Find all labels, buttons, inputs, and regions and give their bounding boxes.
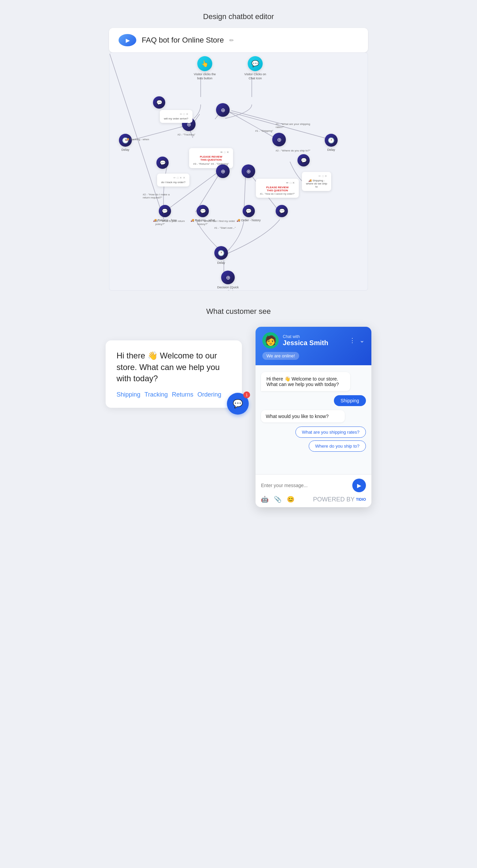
message-input[interactable]	[261, 483, 350, 488]
header-actions: ⋮ ⌄	[349, 337, 365, 344]
card-review-text-2: PLEASE REVIEWTHIS QUESTION	[260, 186, 295, 192]
bot-name: FAQ bot for Online Store	[142, 36, 224, 45]
delay-node-3[interactable]: 🕐 Delay	[214, 246, 228, 265]
delay-icon-3: 🕐	[214, 246, 228, 260]
option-shipping[interactable]: Shipping	[117, 391, 140, 398]
emoji-icon[interactable]: 😊	[287, 496, 294, 503]
reply-options: What are you shipping rates? Where do yo…	[261, 427, 366, 452]
delay-label-3: Delay	[217, 261, 225, 265]
trigger-chat-icon: 💬	[248, 56, 263, 71]
chat-bubble-icon: 💬	[233, 399, 243, 408]
card-order-arrive: ✏ □ ✕ will my order arrive?	[160, 110, 193, 123]
chat-input-area: ▶ 🤖 📎 😊 POWERED BY TIDIO	[256, 474, 371, 507]
trigger-node-2[interactable]: 💬 Visitor Clicks on Chat Icon	[242, 56, 269, 80]
copy-track-icon[interactable]: □	[177, 176, 179, 179]
decision-node-4[interactable]: ⊕	[242, 164, 255, 178]
delay-label-1: Delay	[121, 148, 129, 152]
send-button[interactable]: ▶	[352, 479, 366, 492]
agent-avatar: 🧑	[262, 332, 279, 349]
decision-final-label: Decision (Quick Replies)	[214, 286, 242, 291]
msg-icon-2: 💬	[156, 157, 169, 169]
card-shipping-dest: ✏ □ ✕ 🚚 Shipping -where do we shipto	[302, 172, 331, 191]
attach-icon[interactable]: 📎	[274, 496, 281, 503]
edit-card-icon[interactable]: ✏	[180, 113, 182, 116]
msg-node-8[interactable]: 💬	[276, 205, 288, 217]
chat-bubble-button[interactable]: 💬 1	[227, 393, 249, 415]
footer-icons: 🤖 📎 😊 POWERED BY TIDIO	[261, 496, 366, 503]
customer-preview: Hi there 👋 Welcome to our store. What ca…	[0, 327, 477, 528]
online-badge: We are online!	[262, 352, 299, 360]
edit-icon[interactable]: ✏	[229, 37, 234, 44]
close-card-icon[interactable]: ✕	[186, 113, 188, 116]
card-review-2: ✏ □ ✕ PLEASE REVIEWTHIS QUESTION #1 - "H…	[256, 179, 299, 198]
order-history-label: 🚚 Order - history	[236, 219, 261, 223]
msg-icon-8: 💬	[276, 205, 288, 217]
delete-track-icon[interactable]: ✕	[180, 176, 182, 179]
option-returns[interactable]: Returns	[172, 391, 193, 398]
edit-track-icon[interactable]: ✏	[173, 176, 176, 179]
msg-node-7[interactable]: 💬 🚚 Order - history	[236, 205, 261, 223]
chat-bubble-badge: 1	[243, 391, 250, 398]
input-row: ▶	[261, 479, 366, 492]
reply-btn-2[interactable]: Where do you ship to?	[309, 440, 366, 452]
msg-node-2[interactable]: 💬	[156, 157, 169, 169]
flow-svg	[109, 53, 368, 290]
agent-info: Chat with Jessica Smith	[283, 334, 345, 347]
delete-card3-icon[interactable]: ✕	[292, 181, 295, 184]
decision-icon-3: ⊕	[216, 164, 230, 178]
edge-label-return-policy: #1 - "What is your return policy?"	[155, 220, 191, 226]
chevron-down-icon[interactable]: ⌄	[359, 337, 365, 344]
play-icon: ▶	[126, 37, 130, 44]
delay-icon-2: 🕐	[325, 134, 338, 147]
card-text: will my order arrive?	[164, 117, 188, 120]
trigger-label-1: Visitor clicks the bots button	[191, 73, 218, 80]
choice-shipping[interactable]: Shipping	[334, 395, 366, 406]
copy-card2-icon[interactable]: □	[224, 151, 226, 154]
edge-label-tracking: #2 - "Tracking"	[178, 133, 195, 136]
widget-options: Shipping Tracking Returns Ordering	[117, 391, 231, 398]
delete-card-icon[interactable]: □	[183, 113, 185, 116]
delay-label-2: Delay	[327, 148, 335, 152]
edge-label-return-req: #2 - "How do I make a return request?"	[143, 193, 177, 199]
option-tracking[interactable]: Tracking	[144, 391, 168, 398]
chat-panel: 🧑 Chat with Jessica Smith ⋮ ⌄ We are onl…	[256, 327, 371, 507]
flow-diagram: 👆 Visitor clicks the bots button 💬 Visit…	[109, 52, 368, 291]
widget-preview: Hi there 👋 Welcome to our store. What ca…	[106, 340, 242, 408]
trigger-label-2: Visitor Clicks on Chat Icon	[242, 73, 269, 80]
decision-node-5[interactable]: ⊕	[272, 133, 286, 146]
edge-label-order-hist: #2 - "Where can I find my order history?…	[197, 220, 236, 226]
edge-label-shipping: #1 - "Shipping"	[255, 129, 273, 132]
decision-icon-4: ⊕	[242, 164, 255, 178]
user-choice: Shipping	[261, 395, 366, 406]
menu-icon[interactable]: ⋮	[349, 337, 355, 344]
copy-card3-icon[interactable]: □	[290, 181, 291, 184]
decision-node-3[interactable]: ⊕	[216, 164, 230, 178]
trigger-node-1[interactable]: 👆 Visitor clicks the bots button	[191, 56, 218, 80]
msg-node-1[interactable]: 💬	[153, 96, 165, 109]
chat-header: 🧑 Chat with Jessica Smith ⋮ ⌄ We are onl…	[256, 327, 371, 365]
msg-node-3[interactable]: 💬	[297, 154, 310, 166]
decision-node-2[interactable]: ⊕	[216, 103, 230, 117]
delay-node-2[interactable]: 🕐 Delay	[325, 134, 338, 152]
option-ordering[interactable]: Ordering	[197, 391, 221, 398]
bot-icon[interactable]: 🤖	[261, 496, 268, 503]
copy-ship-icon[interactable]: □	[322, 175, 324, 178]
edge-label-where-ship: #2 - "Where do you ship to?"	[276, 149, 310, 152]
tidio-logo: TIDIO	[356, 497, 366, 501]
delay-node-1[interactable]: 🕐 Delay	[119, 134, 132, 152]
edit-card2-icon[interactable]: ✏	[220, 151, 223, 154]
delete-ship-icon[interactable]: ✕	[325, 175, 327, 178]
edit-card3-icon[interactable]: ✏	[286, 181, 289, 184]
reply-btn-1[interactable]: What are you shipping rates?	[295, 427, 366, 438]
page-title: Design chatbot editor	[0, 0, 477, 28]
powered-by-label: POWERED BY	[313, 496, 355, 503]
close-track-icon[interactable]: ✕	[183, 176, 185, 179]
avatar-emoji: 🧑	[265, 335, 277, 346]
card-track-order: ✏ □ ✕ ✕ do I track my order?	[157, 174, 189, 187]
decision-final[interactable]: ⊕ Decision (Quick Replies)	[214, 271, 242, 291]
edit-ship-icon[interactable]: ✏	[319, 175, 321, 178]
msg-icon-5: 💬	[159, 205, 171, 217]
chat-body: Hi there 👋 Welcome to our store. What ca…	[256, 365, 371, 474]
delete-card2-icon[interactable]: ✕	[227, 151, 229, 154]
decision-final-icon: ⊕	[221, 271, 235, 284]
